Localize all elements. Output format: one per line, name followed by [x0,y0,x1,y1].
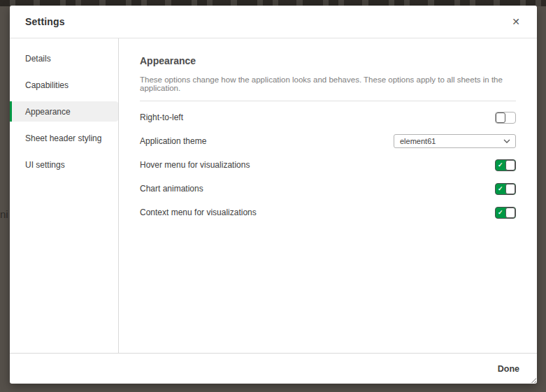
setting-row-right-to-left: Right-to-left [140,106,516,129]
chart-animations-toggle[interactable]: ✓ [495,183,516,195]
sidebar-item-ui-settings[interactable]: UI settings [10,154,118,175]
setting-label: Application theme [140,136,206,146]
setting-row-hover-menu: Hover menu for visualizations ✓ [140,153,516,177]
settings-rows: Right-to-left Application theme element6… [140,106,516,224]
dialog-title: Settings [25,16,65,27]
check-icon: ✓ [498,210,503,216]
setting-row-application-theme: Application theme element61 [140,129,516,153]
sidebar-item-capabilities[interactable]: Capabilities [10,75,118,95]
setting-label: Chart animations [140,184,203,194]
application-theme-select[interactable]: element61 [394,134,516,148]
context-menu-toggle[interactable]: ✓ [495,207,516,219]
sidebar-item-label: Appearance [25,107,71,117]
appearance-panel: Appearance These options change how the … [119,38,537,353]
close-icon[interactable]: ✕ [506,12,526,31]
settings-dialog: Settings ✕ Details Capabilities Appearan… [10,6,537,384]
sidebar-item-label: UI settings [25,160,65,170]
sidebar-item-sheet-header-styling[interactable]: Sheet header styling [10,128,118,148]
check-icon: ✓ [498,186,503,192]
hover-menu-toggle[interactable]: ✓ [495,159,516,171]
panel-divider [140,101,516,101]
toggle-knob [505,208,515,218]
sidebar-item-details[interactable]: Details [10,48,118,68]
sidebar-item-label: Capabilities [25,80,69,90]
settings-sidebar: Details Capabilities Appearance Sheet he… [10,38,119,353]
setting-row-context-menu: Context menu for visualizations ✓ [140,201,516,224]
toggle-knob [496,112,505,123]
panel-heading: Appearance [140,55,516,66]
toggle-knob [505,160,515,170]
dialog-footer: Done [10,353,537,384]
setting-label: Context menu for visualizations [140,208,257,217]
panel-description: These options change how the application… [140,75,516,92]
resize-grip-icon[interactable] [531,377,536,383]
done-button[interactable]: Done [496,360,521,378]
selected-theme-value: element61 [400,137,503,145]
sidebar-item-appearance[interactable]: Appearance [10,101,118,122]
background-text-fragment: ni [0,208,10,222]
setting-label: Hover menu for visualizations [140,160,250,170]
setting-label: Right-to-left [140,112,183,122]
dialog-body: Details Capabilities Appearance Sheet he… [10,38,537,353]
sidebar-item-label: Sheet header styling [25,133,101,143]
check-icon: ✓ [498,162,503,168]
setting-row-chart-animations: Chart animations ✓ [140,177,516,201]
sidebar-item-label: Details [25,54,51,64]
dialog-header: Settings ✕ [10,6,537,38]
chevron-down-icon [503,139,510,143]
right-to-left-toggle[interactable] [495,112,516,124]
toggle-knob [505,184,515,194]
